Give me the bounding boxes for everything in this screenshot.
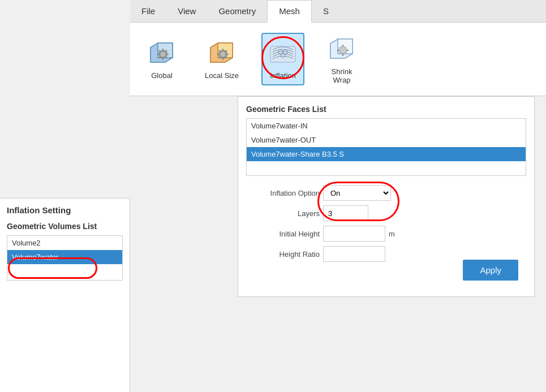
menu-geometry[interactable]: Geometry — [207, 0, 267, 22]
toolbar-shrink-wrap[interactable]: Shrink Wrap — [321, 30, 362, 89]
volumes-list: Volume2 Volume7water — [7, 235, 123, 281]
menu-view[interactable]: View — [166, 0, 207, 22]
height-ratio-input[interactable]: 1.25 — [323, 246, 385, 262]
face-item-in[interactable]: Volume7water-IN — [247, 119, 526, 133]
global-label: Global — [151, 71, 173, 80]
initial-height-input[interactable]: 0.0005 — [323, 226, 385, 242]
menubar: File View Geometry Mesh S — [130, 0, 546, 23]
apply-button[interactable]: Apply — [463, 260, 518, 281]
menu-s[interactable]: S — [312, 0, 340, 22]
face-item-out[interactable]: Volume7water-OUT — [247, 133, 526, 147]
inflation-label: Inflation — [270, 71, 296, 80]
local-size-icon — [207, 38, 237, 68]
volumes-list-title: Geometric Volumes List — [7, 222, 123, 231]
face-item-empty1 — [247, 161, 526, 175]
toolbar-local-size[interactable]: Local Size — [199, 34, 244, 84]
list-item-volume2[interactable]: Volume2 — [7, 236, 122, 250]
menu-file[interactable]: File — [130, 0, 166, 22]
svg-point-34 — [340, 48, 345, 53]
layers-row: Layers — [246, 205, 526, 221]
shrink-wrap-label: Shrink Wrap — [332, 67, 352, 84]
faces-list-title: Geometric Faces List — [246, 105, 526, 114]
face-item-share[interactable]: Volume7water-Share B3.5 S — [247, 147, 526, 161]
inflation-icon — [268, 38, 298, 68]
initial-height-row: Initial Height 0.0005 m — [246, 226, 526, 242]
svg-point-4 — [161, 52, 166, 57]
svg-point-17 — [220, 52, 225, 57]
layers-label: Layers — [246, 209, 320, 218]
height-ratio-label: Height Ratio — [246, 250, 320, 259]
global-icon — [147, 38, 177, 68]
inflation-option-label: Inflation Option — [246, 189, 320, 197]
toolbar-inflation[interactable]: Inflation — [261, 33, 304, 85]
layers-input[interactable] — [323, 205, 368, 221]
inflation-setting-title: Inflation Setting — [7, 205, 123, 215]
inflation-option-row: Inflation Option On Off — [246, 185, 526, 201]
left-panel: Inflation Setting Geometric Volumes List… — [0, 198, 130, 392]
faces-list: Volume7water-IN Volume7water-OUT Volume7… — [246, 118, 526, 176]
list-item-volume7water[interactable]: Volume7water — [7, 250, 122, 264]
shrink-wrap-icon — [327, 35, 356, 64]
initial-height-unit: m — [389, 230, 395, 238]
toolbar-global[interactable]: Global — [141, 34, 182, 84]
inflation-option-select[interactable]: On Off — [323, 185, 391, 201]
local-size-label: Local Size — [205, 71, 239, 80]
menu-mesh[interactable]: Mesh — [267, 0, 312, 23]
right-panel: Geometric Faces List Volume7water-IN Vol… — [238, 96, 535, 297]
toolbar: Global Local Size — [130, 23, 546, 96]
initial-height-label: Initial Height — [246, 230, 320, 238]
